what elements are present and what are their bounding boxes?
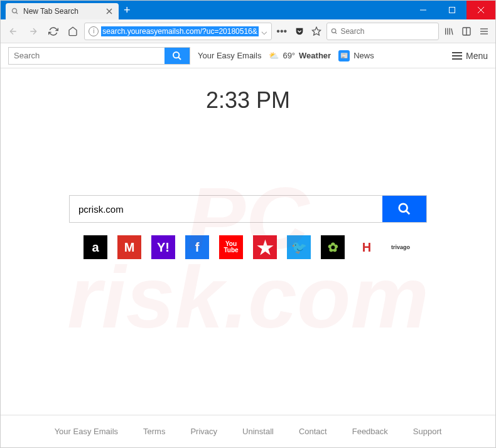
browser-window: New Tab Search + i search.youreasyemails… [0,0,496,448]
pocket-icon[interactable] [292,24,307,39]
address-search-input[interactable] [340,27,434,36]
shortcut-gmail[interactable]: M [117,235,141,259]
shortcut-trivago[interactable]: trivago [389,235,412,259]
reload-button[interactable] [45,23,62,40]
weather-temp: 69° [283,51,295,60]
shortcut-facebook[interactable]: f [185,235,209,259]
main-search-box [69,195,427,223]
star-icon[interactable] [310,24,325,39]
clock-display: 2:33 PM [1,87,495,114]
shortcut-amazon[interactable]: a [84,235,107,259]
menu-icon[interactable] [477,24,492,39]
svg-line-1 [16,13,18,14]
tab-title: New Tab Search [23,7,78,16]
svg-line-10 [335,32,337,33]
close-icon[interactable] [105,7,114,16]
search-icon [172,51,182,61]
info-icon[interactable]: i [89,26,99,36]
more-icon[interactable]: ••• [274,24,289,39]
svg-point-22 [399,204,407,212]
footer-link-uninstall[interactable]: Uninstall [242,427,274,436]
shortcuts-row: a M Y! f You Tube ★ 🐦 ✿ H trivago [1,235,495,259]
page-toolbar: Your Easy Emails ⛅ 69° Weather 📰 News Me… [1,43,495,68]
svg-point-20 [173,52,179,58]
footer-link-brand[interactable]: Your Easy Emails [55,427,118,436]
svg-rect-5 [450,8,455,13]
sidebar-icon[interactable] [459,24,474,39]
shortcut-ancestry[interactable]: ✿ [321,235,345,259]
footer-link-feedback[interactable]: Feedback [352,427,388,436]
svg-line-21 [178,57,181,60]
forward-button[interactable] [24,23,42,40]
close-window-button[interactable] [466,1,495,19]
svg-marker-8 [313,27,321,35]
browser-tab[interactable]: New Tab Search [6,3,119,19]
search-icon [397,202,411,216]
footer-link-privacy[interactable]: Privacy [190,427,217,436]
tab-strip: New Tab Search + [1,1,409,19]
svg-line-14 [451,28,453,35]
main-search-input[interactable] [70,196,382,222]
weather-widget[interactable]: ⛅ 69° Weather [269,51,331,60]
sun-cloud-icon: ⛅ [269,51,279,60]
home-button[interactable] [64,23,82,40]
url-text: search.youreasyemailsh.com/?uc=20180516& [101,26,258,36]
address-search-box[interactable] [326,23,439,40]
shortcut-hotels[interactable]: H [355,235,379,259]
shortcut-twitter[interactable]: 🐦 [287,235,311,259]
news-icon: 📰 [338,50,350,61]
back-button[interactable] [4,23,22,40]
hamburger-icon [452,52,462,60]
toolbar-search-box [8,47,190,65]
page-menu-button[interactable]: Menu [452,51,488,61]
page-footer: Your Easy Emails Terms Privacy Uninstall… [1,415,495,447]
maximize-button[interactable] [438,1,466,19]
toolbar-search-button[interactable] [164,48,190,64]
titlebar: New Tab Search + [1,1,495,19]
page-content: PC risk.com 2:33 PM a M Y! f You Tube ★ … [1,68,495,447]
window-controls [409,1,495,19]
news-link[interactable]: 📰 News [338,50,374,61]
minimize-button[interactable] [409,1,438,19]
footer-link-contact[interactable]: Contact [299,427,327,436]
emails-link[interactable]: Your Easy Emails [198,51,261,60]
footer-link-terms[interactable]: Terms [143,427,165,436]
shortcut-macys[interactable]: ★ [253,235,277,259]
menu-label: Menu [466,51,488,61]
svg-line-23 [406,211,410,215]
url-input[interactable]: i search.youreasyemailsh.com/?uc=2018051… [84,23,271,40]
svg-point-9 [332,28,336,32]
toolbar-search-input[interactable] [9,51,164,60]
search-icon [11,7,19,16]
svg-point-0 [13,9,17,13]
new-tab-button[interactable]: + [119,1,136,19]
shortcut-yahoo[interactable]: Y! [151,235,175,259]
main-search-button[interactable] [382,196,426,222]
search-icon [331,28,338,35]
weather-label: Weather [299,51,331,60]
address-bar: i search.youreasyemailsh.com/?uc=2018051… [1,19,495,43]
library-icon[interactable] [441,24,456,39]
shortcut-youtube[interactable]: You Tube [219,235,243,259]
footer-link-support[interactable]: Support [413,427,442,436]
chevron-down-icon[interactable]: ⌵ [261,25,267,37]
news-label: News [353,51,374,60]
